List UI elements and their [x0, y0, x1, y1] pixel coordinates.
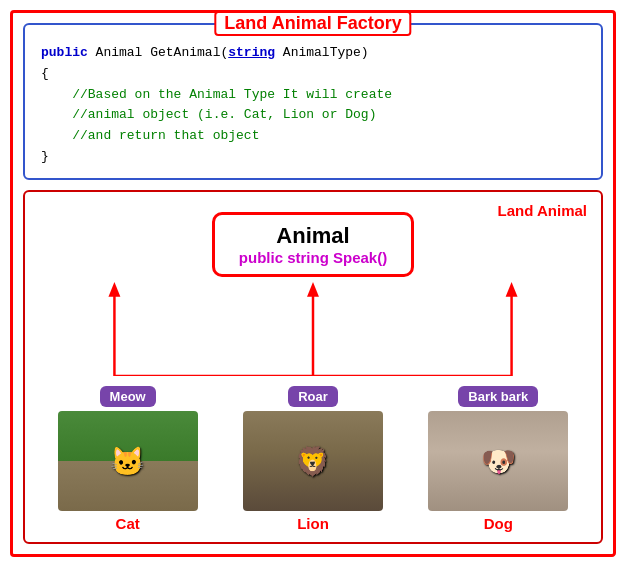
keyword-public: public — [41, 45, 96, 60]
svg-marker-5 — [307, 282, 319, 297]
animal-item-dog: Bark bark 🐶 Dog — [428, 386, 568, 532]
animals-row: Meow 🐱 Cat Roar 🦁 Lion Bark bark 🐶 — [35, 386, 591, 532]
dog-label: Dog — [484, 515, 513, 532]
cat-label: Cat — [116, 515, 140, 532]
code-line-4: //animal object (i.e. Cat, Lion or Dog) — [41, 105, 585, 126]
bottom-section: Land Animal Animal public string Speak() — [23, 190, 603, 544]
lion-icon: 🦁 — [295, 445, 330, 478]
factory-title: Land Animal Factory — [214, 11, 411, 36]
dog-icon: 🐶 — [481, 445, 516, 478]
arrows-svg — [35, 277, 591, 376]
cat-sound-badge: Meow — [100, 386, 156, 407]
main-container: Land Animal Factory public Animal GetAni… — [10, 10, 616, 557]
code-line-1: public Animal GetAnimal(string AnimalTyp… — [41, 43, 585, 64]
svg-marker-7 — [506, 282, 518, 297]
animal-method: public string Speak() — [239, 249, 387, 266]
return-type: Animal — [96, 45, 151, 60]
arrow-area — [35, 277, 591, 376]
cat-image: 🐱 — [58, 411, 198, 511]
animal-item-cat: Meow 🐱 Cat — [58, 386, 198, 532]
lion-sound-badge: Roar — [288, 386, 338, 407]
animal-interface-box: Animal public string Speak() — [212, 212, 414, 277]
code-line-6: } — [41, 147, 585, 168]
lion-label: Lion — [297, 515, 329, 532]
code-line-3: //Based on the Animal Type It will creat… — [41, 85, 585, 106]
land-animal-label: Land Animal — [498, 202, 587, 219]
svg-marker-6 — [108, 282, 120, 297]
code-line-5: //and return that object — [41, 126, 585, 147]
code-line-2: { — [41, 64, 585, 85]
param-name: AnimalType) — [275, 45, 369, 60]
cat-icon: 🐱 — [110, 445, 145, 478]
code-block: Land Animal Factory public Animal GetAni… — [23, 23, 603, 180]
animal-item-lion: Roar 🦁 Lion — [243, 386, 383, 532]
code-content: public Animal GetAnimal(string AnimalTyp… — [41, 43, 585, 168]
param-type: string — [228, 45, 275, 60]
method-name: GetAnimal( — [150, 45, 228, 60]
dog-image: 🐶 — [428, 411, 568, 511]
dog-sound-badge: Bark bark — [458, 386, 538, 407]
lion-image: 🦁 — [243, 411, 383, 511]
animal-class-name: Animal — [239, 223, 387, 249]
